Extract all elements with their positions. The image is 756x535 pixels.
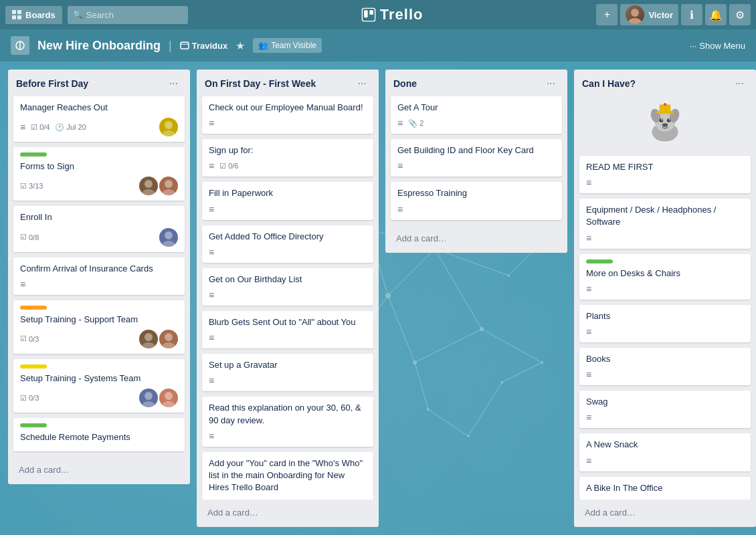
card-meta-left-setup-training-support: ☑ 0/3 [20, 334, 39, 343]
card-setup-training-support[interactable]: Setup Training - Support Team☑ 0/3 [13, 300, 185, 354]
svg-point-48 [162, 342, 175, 348]
card-title-enroll-in: Enroll In [20, 211, 178, 223]
add-button[interactable]: + [596, 4, 618, 25]
card-fill-in-paperwork[interactable]: Fill in Paperwork≡ [202, 182, 373, 219]
trello-wordmark: Trello [380, 6, 423, 23]
description-icon-get-birthday-list: ≡ [209, 290, 214, 300]
card-read-me-first[interactable]: READ ME FIRST≡ [579, 156, 751, 193]
svg-point-43 [165, 231, 173, 239]
info-button[interactable]: ℹ [681, 4, 702, 25]
add-card-button-before-first-day[interactable]: Add a card… [13, 461, 185, 479]
boards-button[interactable]: Boards [5, 6, 62, 24]
card-confirm-arrival[interactable]: Confirm Arrival of Insurance Cards≡ [13, 257, 185, 295]
user-menu-button[interactable]: Victor [620, 4, 678, 25]
column-menu-button-can-i-have[interactable]: ··· [731, 76, 748, 91]
trello-logo: Trello [193, 6, 591, 23]
card-add-you-card[interactable]: Add your "You" card in the "Who's Who" l… [202, 452, 373, 500]
card-label-forms-to-sign [20, 152, 47, 156]
card-meta-forms-to-sign: ☑ 3/13 [20, 177, 178, 195]
checklist-icon: ☑ [31, 123, 37, 132]
card-get-added-to-directory[interactable]: Get Added To Office Directory≡ [202, 225, 373, 263]
card-equipment-desk[interactable]: Equipment / Desk / Headphones / Software… [579, 199, 751, 248]
column-menu-button-before-first-day[interactable]: ··· [165, 76, 182, 91]
search-container: 🔍 [68, 6, 188, 24]
add-card-button-can-i-have[interactable]: Add a card… [579, 504, 751, 522]
card-sign-up-for[interactable]: Sign up for:≡☑ 0/6 [202, 139, 373, 177]
card-check-employee-manual[interactable]: Check out our Employee Manual Board!≡ [202, 96, 373, 134]
card-blurb-sent-out[interactable]: Blurb Gets Sent Out to "All" about You≡ [202, 311, 373, 348]
card-meta-left-books: ≡ [586, 369, 591, 380]
card-read-30-60-90[interactable]: Read this explanation on your 30, 60, & … [202, 397, 373, 446]
description-icon-read-me-first: ≡ [586, 177, 591, 188]
card-swag[interactable]: Swag≡ [579, 391, 751, 428]
card-espresso-training[interactable]: Espresso Training≡ [391, 182, 562, 219]
avatar [626, 5, 644, 24]
card-avatars-manager-reaches-out [159, 118, 178, 136]
paperclip-icon: 📎 [408, 119, 417, 128]
card-title-books: Books [586, 353, 744, 365]
card-enroll-in[interactable]: Enroll In☑ 0/8 [13, 206, 185, 251]
card-books[interactable]: Books≡ [579, 348, 751, 385]
card-meta-enroll-in: ☑ 0/8 [20, 228, 178, 247]
card-title-fill-in-paperwork: Fill in Paperwork [209, 187, 367, 199]
checklist-icon: ☑ [20, 394, 27, 403]
description-icon-check-employee-manual: ≡ [209, 118, 214, 128]
column-header-on-first-day: On First Day - First Week··· [197, 70, 379, 96]
card-a-bike[interactable]: A Bike In The Office≡ [579, 477, 751, 500]
visibility-button[interactable]: 👥 Team Visible [253, 38, 322, 53]
card-plants[interactable]: Plants≡ [579, 305, 751, 342]
card-meta-sign-up-for: ≡☑ 0/6 [209, 160, 367, 171]
description-icon-set-up-gravatar: ≡ [209, 375, 214, 386]
card-get-a-tour[interactable]: Get A Tour≡📎 2 [391, 96, 562, 134]
add-card-section-before-first-day: Add a card… [8, 457, 190, 484]
card-meta-left-check-employee-manual: ≡ [209, 118, 214, 128]
card-title-set-up-gravatar: Set up a Gravatar [209, 359, 367, 371]
star-button[interactable]: ★ [235, 39, 245, 52]
svg-point-46 [142, 342, 155, 348]
team-icon: 👥 [258, 41, 268, 50]
description-icon-plants: ≡ [586, 326, 591, 337]
card-meta-left-enroll-in: ☑ 0/8 [20, 233, 39, 241]
svg-point-40 [142, 189, 155, 195]
card-meta-left-manager-reaches-out: ≡☑ 0/4🕐 Jul 20 [20, 122, 86, 132]
card-a-new-snack[interactable]: A New Snack≡ [579, 433, 751, 471]
search-input[interactable] [68, 6, 188, 24]
card-set-up-gravatar[interactable]: Set up a Gravatar≡ [202, 354, 373, 391]
svg-point-60 [668, 119, 670, 120]
show-menu-button[interactable]: ··· Show Menu [690, 41, 746, 51]
bell-icon: 🔔 [709, 9, 723, 21]
card-meta-read-30-60-90: ≡ [209, 431, 367, 441]
card-manager-reaches-out[interactable]: Manager Reaches Out≡☑ 0/4🕐 Jul 20 [13, 96, 185, 142]
attachments-meta-get-a-tour: 📎 2 [408, 119, 423, 128]
card-meta-confirm-arrival: ≡ [20, 279, 178, 290]
card-schedule-remote-payments[interactable]: Schedule Remote Payments [13, 418, 185, 451]
visibility-label: Team Visible [271, 41, 316, 50]
workspace-name[interactable]: Travidux [180, 41, 227, 51]
board-logo-icon [11, 36, 29, 55]
column-menu-button-on-first-day[interactable]: ··· [354, 76, 371, 91]
card-title-espresso-training: Espresso Training [397, 187, 555, 199]
card-meta-left-get-a-tour: ≡📎 2 [397, 118, 423, 128]
workspace-label: Travidux [192, 41, 227, 51]
add-card-button-on-first-day[interactable]: Add a card… [202, 504, 373, 522]
notifications-button[interactable]: 🔔 [705, 4, 727, 25]
ellipsis-icon: ··· [690, 41, 697, 51]
checklist-meta-enroll-in: ☑ 0/8 [20, 233, 39, 241]
card-get-building-id[interactable]: Get Building ID and Floor Key Card≡ [391, 139, 562, 177]
description-icon-more-on-desks: ≡ [586, 284, 591, 294]
plus-icon: + [604, 9, 610, 21]
board-content: Before First Day···Manager Reaches Out≡☑… [0, 62, 756, 535]
card-forms-to-sign[interactable]: Forms to Sign☑ 3/13 [13, 147, 185, 201]
card-more-on-desks[interactable]: More on Desks & Chairs≡ [579, 254, 751, 300]
card-meta-equipment-desk: ≡ [586, 233, 744, 243]
checklist-icon: ☑ [20, 233, 27, 241]
settings-button[interactable]: ⚙ [729, 4, 751, 25]
card-setup-training-systems[interactable]: Setup Training - Systems Team☑ 0/3 [13, 359, 185, 413]
add-card-section-on-first-day: Add a card… [197, 500, 379, 527]
column-menu-button-done[interactable]: ··· [543, 76, 559, 91]
svg-point-31 [631, 9, 639, 17]
add-card-button-done[interactable]: Add a card… [391, 229, 562, 247]
card-title-forms-to-sign: Forms to Sign [20, 160, 178, 173]
column-header-can-i-have: Can I Have?··· [574, 70, 756, 96]
card-get-birthday-list[interactable]: Get on Our Birthday List≡ [202, 268, 373, 306]
